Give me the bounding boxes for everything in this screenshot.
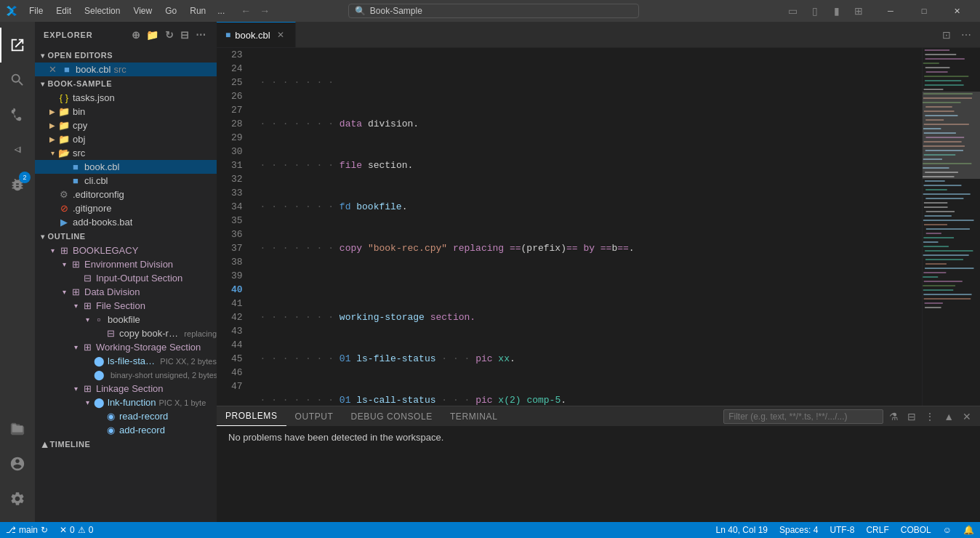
panel-tab-problems[interactable]: Problems	[217, 406, 286, 426]
search-bar[interactable]: 🔍	[348, 4, 639, 18]
new-folder-icon[interactable]: 📁	[145, 28, 161, 42]
outline-bookfile[interactable]: ▾ ▫ bookfile	[35, 313, 217, 326]
env-div-icon: ⊞	[70, 259, 81, 270]
layout-toggle-2[interactable]: ▯	[806, 1, 824, 20]
outline-env-div[interactable]: ▾ ⊞ Environment Division	[35, 257, 217, 271]
panel-tab-debug[interactable]: Debug Console	[342, 407, 441, 426]
panel-filter-input[interactable]	[723, 409, 883, 424]
search-input[interactable]	[370, 6, 632, 16]
activity-search[interactable]	[0, 63, 35, 97]
tab-book-cbl[interactable]: ■ book.cbl ✕	[217, 22, 296, 47]
folder-cpy[interactable]: ▶ 📁 cpy	[35, 119, 217, 132]
more-actions-button[interactable]: ⋯	[958, 28, 974, 42]
status-language[interactable]: COBOL	[895, 525, 937, 535]
panel-tab-terminal[interactable]: Terminal	[441, 407, 506, 426]
menu-edit[interactable]: Edit	[50, 4, 77, 17]
outline-ls-file-status[interactable]: ⬤ ls-file-status PIC XX, 2 bytes	[35, 354, 217, 368]
activity-settings[interactable]	[0, 481, 35, 516]
outline-copy[interactable]: ⊟ copy book-rec.cpy replacing	[35, 326, 217, 340]
minimize-button[interactable]: ─	[874, 0, 907, 22]
open-editors-label: Open Editors	[48, 51, 113, 60]
folder-obj[interactable]: ▶ 📁 obj	[35, 132, 217, 146]
status-indent[interactable]: Spaces: 4	[774, 525, 824, 535]
add-record-icon: ◉	[105, 425, 116, 435]
layout-toggle-3[interactable]: ▮	[827, 1, 846, 20]
status-encoding[interactable]: UTF-8	[824, 525, 860, 535]
bookfile-label: bookfile	[108, 314, 140, 325]
folder-bin[interactable]: ▶ 📁 bin	[35, 105, 217, 119]
outline-data-div[interactable]: ▾ ⊞ Data Division	[35, 285, 217, 299]
activity-accounts[interactable]	[0, 446, 35, 481]
collapse-icon[interactable]: ⊟	[179, 28, 191, 42]
close-panel-button[interactable]: ✕	[960, 409, 974, 424]
status-feedback[interactable]: ☺	[937, 525, 957, 535]
outline-header[interactable]: ▾ OUTLINE	[35, 229, 217, 244]
open-editors-header[interactable]: ▾ Open Editors	[35, 48, 217, 63]
outline-booklegacy[interactable]: ▾ ⊞ BOOKLEGACY	[35, 244, 217, 257]
activity-remote[interactable]	[0, 411, 35, 446]
activity-explorer[interactable]	[0, 28, 35, 63]
menu-file[interactable]: File	[23, 4, 49, 17]
close-icon[interactable]: ✕	[47, 64, 58, 75]
file-add-books-bat[interactable]: ▶ add-books.bat	[35, 215, 217, 229]
layout-toggle-1[interactable]: ▭	[784, 1, 803, 20]
sidebar-actions: ⊕ 📁 ↻ ⊟ ⋯	[130, 28, 208, 42]
menu-more[interactable]: ...	[213, 4, 229, 17]
close-button[interactable]: ✕	[941, 0, 974, 22]
bell-icon: 🔔	[963, 525, 974, 535]
outline-lnk-function[interactable]: ▾ ⬤ lnk-function PIC X, 1 byte	[35, 396, 217, 409]
menu-view[interactable]: View	[127, 4, 158, 17]
outline-add-record[interactable]: ◉ add-record	[35, 423, 217, 437]
restore-button[interactable]: □	[907, 0, 941, 22]
git-icon: ⊘	[58, 203, 70, 214]
error-icon: ✕	[60, 525, 67, 535]
lnk-function-label: lnk-function	[108, 397, 156, 408]
file-book-cbl[interactable]: ■ book.cbl	[35, 160, 217, 174]
status-line-ending[interactable]: CRLF	[860, 525, 894, 535]
status-errors[interactable]: ✕ 0 ⚠ 0	[54, 522, 99, 538]
sidebar-more[interactable]: ⋯	[194, 28, 208, 42]
copy-label: copy book-rec.cpy	[119, 328, 181, 339]
activity-run[interactable]	[0, 132, 35, 167]
nav-back[interactable]: ←	[238, 5, 254, 17]
panel-menu-button[interactable]: ⋮	[922, 409, 938, 424]
refresh-icon[interactable]: ↻	[164, 28, 176, 42]
layout-menu[interactable]: ⊞	[849, 1, 868, 20]
code-content[interactable]: · · · · · · · · · · · · · · data divisio…	[254, 48, 922, 406]
outline-file-section[interactable]: ▾ ⊞ File Section	[35, 299, 217, 313]
new-file-icon[interactable]: ⊕	[130, 28, 142, 42]
activity-source-control[interactable]	[0, 97, 35, 132]
outline-ls-call-status[interactable]: ⬤ ls-call-status binary-short unsigned, …	[35, 368, 217, 382]
status-bell[interactable]: 🔔	[957, 525, 980, 535]
activity-extensions[interactable]: 2	[0, 167, 35, 202]
panel-tab-output[interactable]: Output	[286, 407, 342, 426]
open-editor-book-cbl[interactable]: ✕ ■ book.cbl src	[35, 63, 217, 76]
book-sample-header[interactable]: ▾ BOOK-SAMPLE	[35, 76, 217, 91]
title-bar: File Edit Selection View Go Run ... ← → …	[0, 0, 980, 22]
panel-up-button[interactable]: ▲	[941, 409, 957, 424]
ls-file-type: PIC XX, 2 bytes	[160, 357, 217, 366]
file-cli-cbl[interactable]: ■ cli.cbl	[35, 174, 217, 188]
nav-forward[interactable]: →	[257, 5, 273, 17]
folder-icon: 📁	[58, 106, 70, 117]
tab-close-button[interactable]: ✕	[275, 29, 286, 41]
menu-selection[interactable]: Selection	[79, 4, 126, 17]
split-editor-button[interactable]: ⊡	[939, 28, 954, 42]
file-gitignore[interactable]: ⊘ .gitignore	[35, 201, 217, 215]
collapse-panel-button[interactable]: ⊟	[904, 409, 919, 424]
menu-run[interactable]: Run	[184, 4, 212, 17]
file-editorconfig[interactable]: ⚙ .editorconfig	[35, 188, 217, 201]
outline-ws-section[interactable]: ▾ ⊞ Working-Storage Section	[35, 340, 217, 354]
filter-icon-button[interactable]: ⚗	[886, 409, 901, 424]
outline-linkage-section[interactable]: ▾ ⊞ Linkage Section	[35, 382, 217, 396]
timeline-header[interactable]: ▶ TIMELINE	[35, 437, 217, 451]
outline-io-section[interactable]: ⊟ Input-Output Section	[35, 271, 217, 285]
outline-read-record[interactable]: ◉ read-record	[35, 409, 217, 423]
cobol-cli-icon: ■	[70, 175, 81, 186]
menu-go[interactable]: Go	[159, 4, 182, 17]
status-cursor[interactable]: Ln 40, Col 19	[710, 525, 774, 535]
status-branch[interactable]: ⎇ main ↻	[0, 522, 54, 538]
folder-src[interactable]: ▾ 📂 src	[35, 146, 217, 160]
file-tasks-json[interactable]: { } tasks.json	[35, 91, 217, 105]
panel-tabs: Problems Output Debug Console Terminal ⚗…	[217, 406, 980, 426]
